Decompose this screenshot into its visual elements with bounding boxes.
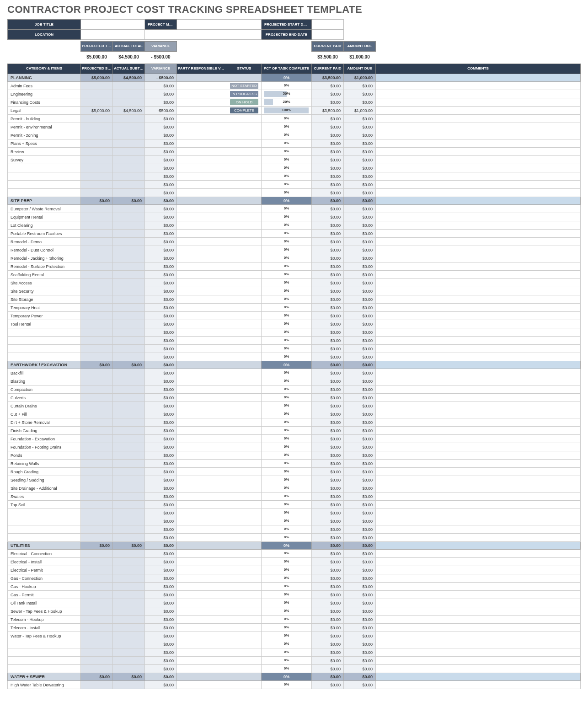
item-comments[interactable] bbox=[376, 460, 581, 468]
item-projected[interactable] bbox=[81, 98, 113, 107]
item-status[interactable] bbox=[227, 632, 262, 640]
item-party[interactable] bbox=[177, 279, 227, 287]
item-party[interactable] bbox=[177, 591, 227, 599]
item-party[interactable] bbox=[177, 385, 227, 394]
item-actual[interactable] bbox=[113, 156, 145, 164]
item-projected[interactable] bbox=[81, 402, 113, 410]
item-projected[interactable] bbox=[81, 345, 113, 353]
item-actual[interactable] bbox=[113, 238, 145, 246]
item-pct[interactable]: 0% bbox=[262, 394, 312, 402]
item-comments[interactable] bbox=[376, 181, 581, 189]
item-projected[interactable] bbox=[81, 139, 113, 148]
item-comments[interactable] bbox=[376, 476, 581, 484]
item-actual[interactable] bbox=[113, 254, 145, 262]
item-actual[interactable] bbox=[113, 287, 145, 295]
item-actual[interactable] bbox=[113, 82, 145, 90]
item-actual[interactable] bbox=[113, 394, 145, 402]
item-pct[interactable]: 0% bbox=[262, 123, 312, 131]
item-pct[interactable]: 0% bbox=[262, 230, 312, 238]
item-party[interactable] bbox=[177, 98, 227, 107]
item-status[interactable] bbox=[227, 583, 262, 591]
item-status[interactable] bbox=[227, 115, 262, 123]
item-pct[interactable]: 0% bbox=[262, 402, 312, 410]
item-actual[interactable] bbox=[113, 181, 145, 189]
item-status[interactable] bbox=[227, 410, 262, 418]
item-name[interactable]: Permit - building bbox=[8, 115, 81, 123]
item-party[interactable] bbox=[177, 427, 227, 435]
item-status[interactable] bbox=[227, 493, 262, 501]
item-comments[interactable] bbox=[376, 640, 581, 648]
item-pct[interactable]: 0% bbox=[262, 82, 312, 90]
item-projected[interactable] bbox=[81, 156, 113, 164]
item-status[interactable] bbox=[227, 262, 262, 271]
category-comments[interactable] bbox=[376, 197, 581, 205]
item-comments[interactable] bbox=[376, 320, 581, 328]
item-comments[interactable] bbox=[376, 591, 581, 599]
item-pct[interactable]: 0% bbox=[262, 493, 312, 501]
item-party[interactable] bbox=[177, 484, 227, 493]
item-name[interactable]: Survey bbox=[8, 156, 81, 164]
item-comments[interactable] bbox=[376, 418, 581, 427]
item-status[interactable] bbox=[227, 279, 262, 287]
item-name[interactable]: Temporary Power bbox=[8, 312, 81, 320]
item-projected[interactable] bbox=[81, 353, 113, 361]
item-status[interactable]: COMPLETE bbox=[227, 107, 262, 115]
item-status[interactable] bbox=[227, 607, 262, 616]
item-status[interactable] bbox=[227, 476, 262, 484]
item-name[interactable] bbox=[8, 657, 81, 665]
item-name[interactable]: Cut + Fill bbox=[8, 410, 81, 418]
item-status[interactable] bbox=[227, 271, 262, 279]
item-party[interactable] bbox=[177, 164, 227, 172]
item-comments[interactable] bbox=[376, 484, 581, 493]
item-name[interactable]: Equipment Rental bbox=[8, 213, 81, 221]
item-pct[interactable]: 0% bbox=[262, 410, 312, 418]
item-party[interactable] bbox=[177, 131, 227, 139]
item-pct[interactable]: 100% bbox=[262, 107, 312, 115]
item-projected[interactable] bbox=[81, 312, 113, 320]
item-name[interactable]: Review bbox=[8, 148, 81, 156]
item-actual[interactable] bbox=[113, 681, 145, 689]
item-party[interactable] bbox=[177, 443, 227, 451]
item-comments[interactable] bbox=[376, 468, 581, 476]
item-name[interactable]: Retaining Walls bbox=[8, 460, 81, 468]
item-comments[interactable] bbox=[376, 394, 581, 402]
item-comments[interactable] bbox=[376, 164, 581, 172]
item-pct[interactable]: 0% bbox=[262, 427, 312, 435]
item-status[interactable] bbox=[227, 304, 262, 312]
item-comments[interactable] bbox=[376, 632, 581, 640]
item-projected[interactable] bbox=[81, 607, 113, 616]
item-pct[interactable]: 0% bbox=[262, 304, 312, 312]
item-party[interactable] bbox=[177, 156, 227, 164]
item-party[interactable] bbox=[177, 665, 227, 673]
item-name[interactable]: Telecom - Hookup bbox=[8, 616, 81, 624]
item-status[interactable] bbox=[227, 443, 262, 451]
item-party[interactable] bbox=[177, 337, 227, 345]
item-projected[interactable] bbox=[81, 377, 113, 385]
item-name[interactable]: Seeding / Sodding bbox=[8, 476, 81, 484]
item-projected[interactable] bbox=[81, 550, 113, 558]
item-pct[interactable]: 0% bbox=[262, 640, 312, 648]
item-actual[interactable] bbox=[113, 484, 145, 493]
item-projected[interactable] bbox=[81, 287, 113, 295]
item-comments[interactable] bbox=[376, 312, 581, 320]
item-projected[interactable] bbox=[81, 213, 113, 221]
item-name[interactable]: Electrical - Permit bbox=[8, 566, 81, 574]
item-comments[interactable] bbox=[376, 254, 581, 262]
item-name[interactable] bbox=[8, 337, 81, 345]
item-projected[interactable] bbox=[81, 164, 113, 172]
item-status[interactable] bbox=[227, 287, 262, 295]
item-status[interactable] bbox=[227, 295, 262, 304]
item-status[interactable] bbox=[227, 418, 262, 427]
item-party[interactable] bbox=[177, 418, 227, 427]
item-actual[interactable] bbox=[113, 509, 145, 517]
projected-start-input[interactable] bbox=[312, 20, 344, 30]
item-name[interactable]: Admin Fees bbox=[8, 82, 81, 90]
item-actual[interactable] bbox=[113, 599, 145, 607]
item-projected[interactable] bbox=[81, 385, 113, 394]
item-pct[interactable]: 0% bbox=[262, 369, 312, 377]
item-projected[interactable] bbox=[81, 304, 113, 312]
item-name[interactable] bbox=[8, 328, 81, 337]
item-status[interactable] bbox=[227, 648, 262, 657]
item-status[interactable] bbox=[227, 665, 262, 673]
item-status[interactable] bbox=[227, 468, 262, 476]
